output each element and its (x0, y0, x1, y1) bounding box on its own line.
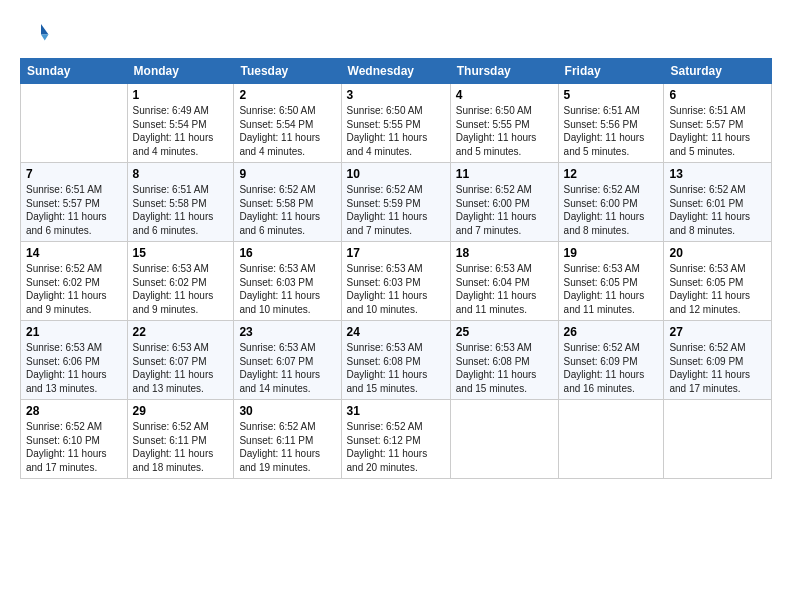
calendar-cell: 31Sunrise: 6:52 AM Sunset: 6:12 PM Dayli… (341, 400, 450, 479)
calendar-cell: 22Sunrise: 6:53 AM Sunset: 6:07 PM Dayli… (127, 321, 234, 400)
day-info: Sunrise: 6:51 AM Sunset: 5:57 PM Dayligh… (669, 104, 766, 158)
logo (20, 18, 54, 48)
day-number: 9 (239, 167, 335, 181)
day-number: 16 (239, 246, 335, 260)
calendar-cell: 9Sunrise: 6:52 AM Sunset: 5:58 PM Daylig… (234, 163, 341, 242)
logo-icon (20, 18, 50, 48)
calendar-cell: 11Sunrise: 6:52 AM Sunset: 6:00 PM Dayli… (450, 163, 558, 242)
day-info: Sunrise: 6:50 AM Sunset: 5:55 PM Dayligh… (456, 104, 553, 158)
day-info: Sunrise: 6:53 AM Sunset: 6:06 PM Dayligh… (26, 341, 122, 395)
calendar-cell: 24Sunrise: 6:53 AM Sunset: 6:08 PM Dayli… (341, 321, 450, 400)
calendar-cell: 6Sunrise: 6:51 AM Sunset: 5:57 PM Daylig… (664, 84, 772, 163)
calendar-cell: 8Sunrise: 6:51 AM Sunset: 5:58 PM Daylig… (127, 163, 234, 242)
day-info: Sunrise: 6:50 AM Sunset: 5:54 PM Dayligh… (239, 104, 335, 158)
calendar-cell: 7Sunrise: 6:51 AM Sunset: 5:57 PM Daylig… (21, 163, 128, 242)
day-info: Sunrise: 6:53 AM Sunset: 6:05 PM Dayligh… (669, 262, 766, 316)
day-number: 18 (456, 246, 553, 260)
day-number: 20 (669, 246, 766, 260)
calendar-cell: 14Sunrise: 6:52 AM Sunset: 6:02 PM Dayli… (21, 242, 128, 321)
calendar-week-row: 7Sunrise: 6:51 AM Sunset: 5:57 PM Daylig… (21, 163, 772, 242)
day-info: Sunrise: 6:53 AM Sunset: 6:03 PM Dayligh… (239, 262, 335, 316)
day-info: Sunrise: 6:53 AM Sunset: 6:07 PM Dayligh… (133, 341, 229, 395)
weekday-header: Sunday (21, 59, 128, 84)
day-info: Sunrise: 6:53 AM Sunset: 6:02 PM Dayligh… (133, 262, 229, 316)
calendar-cell: 17Sunrise: 6:53 AM Sunset: 6:03 PM Dayli… (341, 242, 450, 321)
calendar-cell: 10Sunrise: 6:52 AM Sunset: 5:59 PM Dayli… (341, 163, 450, 242)
day-info: Sunrise: 6:52 AM Sunset: 6:02 PM Dayligh… (26, 262, 122, 316)
calendar-cell: 5Sunrise: 6:51 AM Sunset: 5:56 PM Daylig… (558, 84, 664, 163)
day-info: Sunrise: 6:51 AM Sunset: 5:58 PM Dayligh… (133, 183, 229, 237)
day-number: 7 (26, 167, 122, 181)
calendar-cell: 18Sunrise: 6:53 AM Sunset: 6:04 PM Dayli… (450, 242, 558, 321)
day-number: 12 (564, 167, 659, 181)
calendar-cell: 1Sunrise: 6:49 AM Sunset: 5:54 PM Daylig… (127, 84, 234, 163)
calendar-cell: 29Sunrise: 6:52 AM Sunset: 6:11 PM Dayli… (127, 400, 234, 479)
calendar-cell: 21Sunrise: 6:53 AM Sunset: 6:06 PM Dayli… (21, 321, 128, 400)
calendar-cell: 2Sunrise: 6:50 AM Sunset: 5:54 PM Daylig… (234, 84, 341, 163)
day-info: Sunrise: 6:52 AM Sunset: 6:01 PM Dayligh… (669, 183, 766, 237)
day-info: Sunrise: 6:52 AM Sunset: 6:00 PM Dayligh… (564, 183, 659, 237)
day-info: Sunrise: 6:52 AM Sunset: 6:10 PM Dayligh… (26, 420, 122, 474)
calendar-cell: 28Sunrise: 6:52 AM Sunset: 6:10 PM Dayli… (21, 400, 128, 479)
day-info: Sunrise: 6:52 AM Sunset: 6:11 PM Dayligh… (239, 420, 335, 474)
day-number: 26 (564, 325, 659, 339)
svg-marker-1 (41, 35, 49, 41)
day-number: 14 (26, 246, 122, 260)
weekday-header: Thursday (450, 59, 558, 84)
day-info: Sunrise: 6:52 AM Sunset: 5:58 PM Dayligh… (239, 183, 335, 237)
calendar-cell (21, 84, 128, 163)
calendar-week-row: 14Sunrise: 6:52 AM Sunset: 6:02 PM Dayli… (21, 242, 772, 321)
day-number: 15 (133, 246, 229, 260)
day-info: Sunrise: 6:53 AM Sunset: 6:03 PM Dayligh… (347, 262, 445, 316)
day-number: 25 (456, 325, 553, 339)
calendar-cell: 12Sunrise: 6:52 AM Sunset: 6:00 PM Dayli… (558, 163, 664, 242)
svg-marker-0 (41, 24, 49, 35)
day-info: Sunrise: 6:52 AM Sunset: 6:09 PM Dayligh… (669, 341, 766, 395)
day-number: 1 (133, 88, 229, 102)
day-number: 19 (564, 246, 659, 260)
calendar-cell (558, 400, 664, 479)
day-number: 21 (26, 325, 122, 339)
day-number: 24 (347, 325, 445, 339)
calendar-cell: 20Sunrise: 6:53 AM Sunset: 6:05 PM Dayli… (664, 242, 772, 321)
day-info: Sunrise: 6:52 AM Sunset: 6:11 PM Dayligh… (133, 420, 229, 474)
calendar-cell: 13Sunrise: 6:52 AM Sunset: 6:01 PM Dayli… (664, 163, 772, 242)
day-number: 6 (669, 88, 766, 102)
calendar-cell: 3Sunrise: 6:50 AM Sunset: 5:55 PM Daylig… (341, 84, 450, 163)
day-number: 4 (456, 88, 553, 102)
calendar-body: 1Sunrise: 6:49 AM Sunset: 5:54 PM Daylig… (21, 84, 772, 479)
header (20, 18, 772, 48)
calendar-week-row: 1Sunrise: 6:49 AM Sunset: 5:54 PM Daylig… (21, 84, 772, 163)
day-info: Sunrise: 6:51 AM Sunset: 5:56 PM Dayligh… (564, 104, 659, 158)
day-number: 29 (133, 404, 229, 418)
day-number: 17 (347, 246, 445, 260)
day-info: Sunrise: 6:53 AM Sunset: 6:04 PM Dayligh… (456, 262, 553, 316)
calendar-week-row: 28Sunrise: 6:52 AM Sunset: 6:10 PM Dayli… (21, 400, 772, 479)
day-info: Sunrise: 6:53 AM Sunset: 6:07 PM Dayligh… (239, 341, 335, 395)
calendar-cell: 27Sunrise: 6:52 AM Sunset: 6:09 PM Dayli… (664, 321, 772, 400)
page: SundayMondayTuesdayWednesdayThursdayFrid… (0, 0, 792, 612)
calendar-table: SundayMondayTuesdayWednesdayThursdayFrid… (20, 58, 772, 479)
day-number: 10 (347, 167, 445, 181)
day-info: Sunrise: 6:53 AM Sunset: 6:05 PM Dayligh… (564, 262, 659, 316)
calendar-cell: 30Sunrise: 6:52 AM Sunset: 6:11 PM Dayli… (234, 400, 341, 479)
calendar-cell (664, 400, 772, 479)
day-number: 31 (347, 404, 445, 418)
calendar-cell: 23Sunrise: 6:53 AM Sunset: 6:07 PM Dayli… (234, 321, 341, 400)
calendar-cell: 15Sunrise: 6:53 AM Sunset: 6:02 PM Dayli… (127, 242, 234, 321)
day-info: Sunrise: 6:51 AM Sunset: 5:57 PM Dayligh… (26, 183, 122, 237)
day-number: 5 (564, 88, 659, 102)
weekday-header: Saturday (664, 59, 772, 84)
day-info: Sunrise: 6:53 AM Sunset: 6:08 PM Dayligh… (347, 341, 445, 395)
day-number: 22 (133, 325, 229, 339)
weekday-header: Wednesday (341, 59, 450, 84)
day-number: 23 (239, 325, 335, 339)
day-number: 27 (669, 325, 766, 339)
day-info: Sunrise: 6:52 AM Sunset: 6:00 PM Dayligh… (456, 183, 553, 237)
day-number: 28 (26, 404, 122, 418)
weekday-header: Monday (127, 59, 234, 84)
header-row: SundayMondayTuesdayWednesdayThursdayFrid… (21, 59, 772, 84)
day-info: Sunrise: 6:52 AM Sunset: 6:09 PM Dayligh… (564, 341, 659, 395)
day-info: Sunrise: 6:53 AM Sunset: 6:08 PM Dayligh… (456, 341, 553, 395)
calendar-header: SundayMondayTuesdayWednesdayThursdayFrid… (21, 59, 772, 84)
